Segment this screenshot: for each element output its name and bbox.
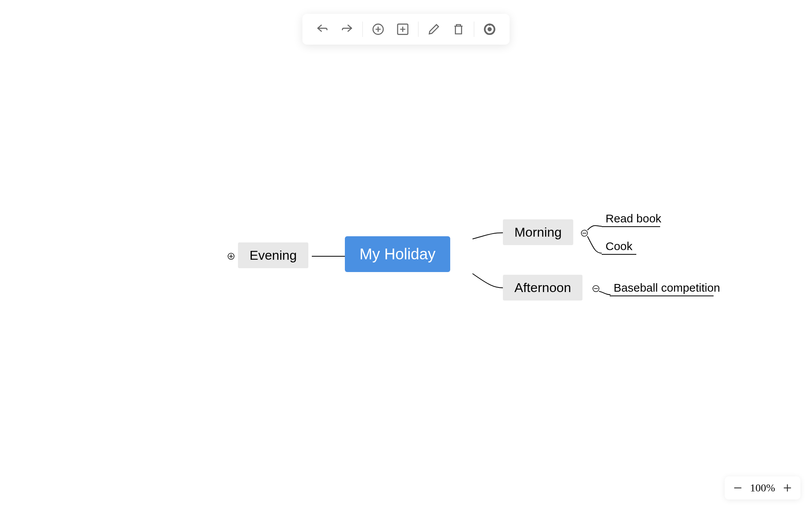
branch-node-morning[interactable]: Morning <box>503 219 573 245</box>
leaf-underline <box>602 254 636 255</box>
zoom-value: 100% <box>750 482 775 494</box>
zoom-control: 100% <box>725 476 800 499</box>
minus-icon <box>732 483 743 493</box>
leaf-node-read-book[interactable]: Read book <box>606 212 661 225</box>
branch-label: Afternoon <box>514 280 571 295</box>
mindmap-canvas[interactable]: My Holiday Evening Morning Read book Coo… <box>0 0 812 511</box>
leaf-underline <box>610 296 714 296</box>
minus-circle-small-icon <box>581 229 588 237</box>
plus-circle-small-icon <box>227 252 235 260</box>
branch-node-afternoon[interactable]: Afternoon <box>503 275 582 301</box>
minus-circle-small-icon <box>592 285 600 292</box>
zoom-out-button[interactable] <box>732 483 743 493</box>
leaf-underline <box>602 226 660 227</box>
plus-icon <box>782 483 793 493</box>
root-node-label: My Holiday <box>359 245 436 263</box>
zoom-in-button[interactable] <box>782 483 793 493</box>
expand-button-evening[interactable] <box>227 252 235 260</box>
root-node[interactable]: My Holiday <box>345 236 450 272</box>
leaf-label: Read book <box>606 212 661 225</box>
leaf-node-baseball[interactable]: Baseball competition <box>614 281 720 294</box>
collapse-button-afternoon[interactable] <box>592 285 600 292</box>
leaf-node-cook[interactable]: Cook <box>606 240 632 253</box>
branch-label: Evening <box>250 248 297 263</box>
leaf-label: Cook <box>606 240 632 252</box>
collapse-button-morning[interactable] <box>581 229 588 237</box>
branch-label: Morning <box>514 225 562 240</box>
leaf-label: Baseball competition <box>614 281 720 294</box>
branch-node-evening[interactable]: Evening <box>238 242 308 268</box>
